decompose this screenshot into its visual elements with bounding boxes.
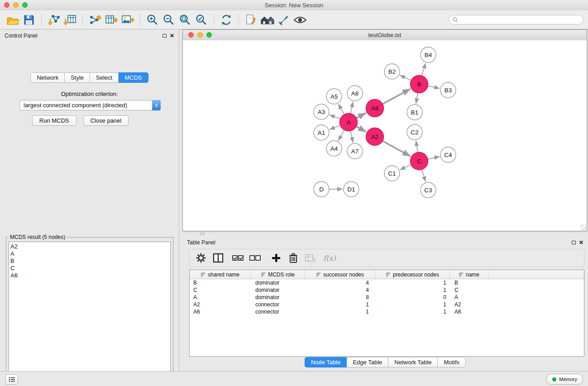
graph-node-A8[interactable]: A8 — [347, 86, 363, 101]
column-header-predecessor-nodes[interactable]: predecessor nodes — [375, 270, 450, 279]
graph-node-B[interactable]: B — [411, 76, 428, 93]
graph-edge-C-C4[interactable] — [428, 157, 440, 159]
apply-style-icon[interactable] — [276, 12, 292, 28]
settings-gear-icon[interactable] — [193, 251, 209, 265]
table-row[interactable]: Adominator80A — [190, 294, 584, 301]
graph-edge-B-B3[interactable] — [428, 86, 440, 88]
graph-edge-C-C1[interactable] — [400, 165, 411, 170]
close-panel-icon[interactable]: ✕ — [170, 33, 174, 38]
mcds-result-item[interactable]: A6 — [10, 272, 170, 279]
mcds-result-item[interactable]: A — [10, 250, 170, 257]
search-field[interactable] — [449, 15, 583, 24]
tab-motifs[interactable]: Motifs — [438, 357, 466, 367]
show-columns-icon[interactable] — [210, 251, 226, 265]
tab-select[interactable]: Select — [90, 72, 119, 83]
export-image-icon[interactable] — [120, 12, 136, 28]
graph-node-C2[interactable]: C2 — [407, 124, 422, 140]
graph-edge-A-A2[interactable] — [356, 126, 366, 132]
zoom-selected-icon[interactable] — [193, 12, 210, 28]
graph-node-C1[interactable]: C1 — [384, 166, 400, 181]
graph-node-B2[interactable]: B2 — [384, 64, 400, 79]
mcds-result-item[interactable]: C — [10, 265, 170, 272]
graph-edge-A-A6[interactable] — [356, 113, 366, 118]
tab-node-table[interactable]: Node Table — [305, 357, 347, 367]
table-row[interactable]: A2connector11A2 — [190, 301, 584, 308]
export-table-icon[interactable] — [103, 12, 120, 28]
graph-edge-B-B1[interactable] — [416, 93, 418, 104]
graph-edge-A-A8[interactable] — [350, 102, 353, 114]
select-all-rows-icon[interactable] — [230, 251, 246, 265]
mcds-result-item[interactable]: B — [10, 257, 170, 265]
graph-edge-A6-B[interactable] — [382, 89, 411, 104]
table-row[interactable]: A6connector11A6 — [190, 308, 584, 315]
close-table-panel-icon[interactable]: ✕ — [579, 240, 583, 245]
graph-node-A5[interactable]: A5 — [326, 89, 342, 104]
graph-edge-A2-C[interactable] — [382, 141, 411, 156]
graph-edge-C-C2[interactable] — [416, 141, 418, 152]
show-hide-icon[interactable] — [292, 12, 308, 28]
network-window-titlebar[interactable]: testGlobe.txt — [183, 30, 587, 41]
run-mcds-button[interactable]: Run MCDS — [32, 115, 76, 126]
add-column-icon[interactable] — [268, 251, 284, 265]
column-header-MCDS-role[interactable]: MCDS role — [251, 270, 305, 279]
graph-node-C[interactable]: C — [411, 152, 428, 170]
column-header-successor-nodes[interactable]: successor nodes — [305, 270, 375, 279]
open-session-icon[interactable] — [5, 12, 21, 28]
graph-edge-A-A5[interactable] — [338, 104, 344, 114]
graph-node-A6[interactable]: A6 — [366, 100, 384, 117]
graph-node-B1[interactable]: B1 — [407, 105, 422, 120]
tab-network[interactable]: Network — [30, 72, 65, 83]
search-input[interactable] — [458, 16, 580, 24]
network-canvas[interactable]: AA1A2A3A4A5A6A7A8BB1B2B3B4CC1C2C3C4DD1 — [183, 40, 587, 231]
table-row[interactable]: Cdominator41C — [190, 286, 584, 294]
tab-edge-table[interactable]: Edge Table — [347, 357, 388, 367]
graph-node-D[interactable]: D — [314, 181, 329, 197]
graph-edge-A-A3[interactable] — [330, 115, 340, 119]
float-panel-icon[interactable] — [163, 34, 167, 38]
tab-mcds[interactable]: MCDS — [119, 72, 148, 83]
tab-network-table[interactable]: Network Table — [388, 357, 438, 367]
graph-node-A3[interactable]: A3 — [314, 104, 329, 119]
graph-node-A[interactable]: A — [340, 114, 358, 131]
graph-node-B4[interactable]: B4 — [421, 47, 436, 62]
graph-edge-B-B4[interactable] — [422, 63, 426, 76]
zoom-fit-icon[interactable] — [177, 12, 193, 28]
tab-style[interactable]: Style — [65, 72, 90, 83]
graph-node-A7[interactable]: A7 — [347, 143, 363, 159]
column-header-name[interactable]: name — [450, 270, 488, 279]
graph-edge-B-B2[interactable] — [400, 75, 411, 81]
table-row[interactable]: Bdominator41B — [190, 279, 584, 286]
delete-rows-trash-icon[interactable] — [286, 251, 301, 265]
graph-node-C4[interactable]: C4 — [440, 147, 456, 162]
mcds-result-list[interactable]: A2ABCA6 — [9, 242, 171, 386]
mcds-result-item[interactable]: A2 — [10, 243, 170, 250]
zoom-out-icon[interactable] — [161, 12, 177, 28]
float-table-panel-icon[interactable] — [572, 241, 576, 244]
graph-node-C3[interactable]: C3 — [421, 182, 436, 198]
graph-edge-A-A1[interactable] — [330, 125, 340, 129]
divider-grip-icon[interactable] — [200, 232, 206, 235]
close-panel-button[interactable]: Close panel — [83, 115, 129, 126]
graph-node-B3[interactable]: B3 — [440, 82, 456, 98]
node-table[interactable]: shared nameMCDS rolesuccessor nodesprede… — [189, 270, 584, 357]
save-session-icon[interactable] — [21, 12, 37, 28]
import-table-icon[interactable] — [62, 12, 78, 28]
export-network-icon[interactable] — [87, 12, 103, 28]
graph-node-D1[interactable]: D1 — [344, 181, 359, 197]
import-network-icon[interactable] — [46, 12, 62, 28]
memory-button[interactable]: Memory — [546, 374, 583, 385]
graph-edge-A-A4[interactable] — [338, 130, 344, 141]
network-home-icon[interactable] — [259, 12, 276, 28]
graph-edge-A-A7[interactable] — [350, 131, 353, 143]
graph-node-A2[interactable]: A2 — [366, 128, 384, 146]
graph-node-A1[interactable]: A1 — [314, 125, 329, 140]
zoom-in-icon[interactable] — [144, 12, 161, 28]
refresh-view-icon[interactable] — [218, 12, 234, 28]
column-header-shared-name[interactable]: shared name — [190, 270, 251, 279]
deselect-all-rows-icon[interactable] — [248, 251, 263, 265]
graph-edge-C-C3[interactable] — [422, 170, 426, 182]
task-history-button[interactable] — [5, 374, 18, 385]
graph-node-A4[interactable]: A4 — [326, 141, 342, 156]
criterion-dropdown[interactable]: largest connected component (directed) ▲… — [19, 100, 161, 110]
resize-grip-icon[interactable] — [580, 224, 586, 230]
